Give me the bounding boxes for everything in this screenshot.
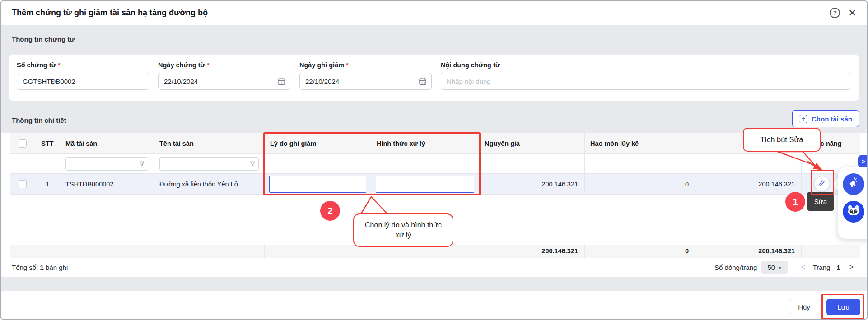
side-panel-expand-tab[interactable]: > xyxy=(858,155,868,167)
document-info-section: Thông tin chứng từ Số chứng từ* Ngày chứ… xyxy=(1,25,867,133)
megaphone-icon xyxy=(848,177,859,191)
edit-tooltip: Sửa xyxy=(807,192,834,211)
table-footer: Tổng số: 1 bản ghi Số dòng/trang 50 < Tr… xyxy=(1,258,867,277)
pencil-icon xyxy=(818,179,826,189)
total-original-cost: 200.146.321 xyxy=(479,245,585,258)
field-ngay-ghi-giam: Ngày ghi giảm* xyxy=(299,61,432,94)
cancel-button[interactable]: Hủy xyxy=(789,299,819,315)
table-row: 1 TSHTĐB000002 Đường xã liên thôn Yên Lộ… xyxy=(10,174,860,195)
next-page-button[interactable]: > xyxy=(847,263,856,271)
current-page-number: 1 xyxy=(836,264,840,271)
select-all-checkbox[interactable] xyxy=(19,139,27,148)
required-mark: * xyxy=(346,61,349,69)
total-accumulated-depreciation: 0 xyxy=(585,245,695,258)
col-handling: Hình thức xử lý xyxy=(371,133,479,154)
col-accumulated-depreciation: Hao mòn lũy kế xyxy=(585,133,695,154)
section-title-document-info: Thông tin chứng từ xyxy=(12,35,75,43)
plus-icon: + xyxy=(799,115,807,123)
col-original-cost: Nguyên giá xyxy=(479,133,585,154)
choose-asset-label: Chọn tài sản xyxy=(812,115,852,123)
calendar-icon[interactable] xyxy=(277,77,286,88)
required-mark: * xyxy=(207,61,210,69)
close-icon[interactable]: ✕ xyxy=(848,8,856,18)
document-info-card: Số chứng từ* Ngày chứng từ* Ngày ghi giả… xyxy=(9,54,859,101)
cell-remaining-value: 200.146.321 xyxy=(695,174,802,195)
field-ngay-chung-tu: Ngày chứng từ* xyxy=(158,61,290,94)
col-asset-code: Mã tài sản xyxy=(60,133,154,154)
footer-divider-band xyxy=(1,277,867,291)
table-filter-row xyxy=(10,154,860,174)
annotation-reason-callout: Chọn lý do và hình thức xử lý xyxy=(353,213,453,247)
choose-asset-button[interactable]: + Chọn tài sản xyxy=(792,110,859,127)
chatbot-panda-icon xyxy=(847,204,860,219)
rows-per-page-select[interactable]: 50 xyxy=(761,261,788,274)
table-header-row: STT Mã tài sản Tên tài sản Lý do ghi giả… xyxy=(10,133,860,154)
required-mark: * xyxy=(58,61,61,69)
col-reason: Lý do ghi giảm xyxy=(265,133,371,154)
edit-row-button[interactable] xyxy=(814,176,830,191)
field-label: Ngày ghi giảm xyxy=(299,61,344,69)
page-label: Trang xyxy=(813,264,831,271)
asset-name-filter-input[interactable] xyxy=(159,157,259,171)
chevron-right-icon: > xyxy=(862,158,865,165)
filter-funnel-icon[interactable] xyxy=(249,160,256,169)
help-icon[interactable]: ? xyxy=(830,8,840,18)
record-count: Tổng số: 1 bản ghi xyxy=(12,264,68,271)
field-noi-dung: Nội dung chứng từ xyxy=(441,61,851,94)
field-label: Số chứng từ xyxy=(17,61,56,69)
cell-stt: 1 xyxy=(35,174,60,195)
section-title-detail-info: Thông tin chi tiết xyxy=(12,116,66,124)
cell-original-cost: 200.146.321 xyxy=(479,174,585,195)
save-button[interactable]: Lưu xyxy=(826,299,860,315)
row-checkbox[interactable] xyxy=(19,180,27,188)
annotation-step-2-badge: 2 xyxy=(320,201,340,221)
record-count-number: 1 xyxy=(40,264,44,271)
prev-page-button[interactable]: < xyxy=(798,263,808,271)
dialog-title: Thêm chứng từ ghi giảm tài sản hạ tầng đ… xyxy=(12,8,208,18)
add-decrease-document-dialog: Thêm chứng từ ghi giảm tài sản hạ tầng đ… xyxy=(0,0,868,320)
side-widget-panel xyxy=(838,167,868,239)
cell-accumulated-depreciation: 0 xyxy=(585,174,695,195)
rows-per-page-label: Số dòng/trang xyxy=(714,264,757,271)
dialog-actionbar: Hủy Lưu xyxy=(1,291,867,319)
cell-asset-code: TSHTĐB000002 xyxy=(60,174,154,195)
announcements-button[interactable] xyxy=(843,173,864,195)
caret-down-icon xyxy=(778,267,782,269)
col-asset-name: Tên tài sản xyxy=(154,133,265,154)
annotation-step-1-badge: 1 xyxy=(785,192,805,212)
document-number-input[interactable] xyxy=(17,73,149,90)
field-label: Nội dung chứng từ xyxy=(441,61,500,69)
reason-select-cell[interactable] xyxy=(269,176,366,193)
document-date-input[interactable] xyxy=(158,73,290,90)
field-so-chung-tu: Số chứng từ* xyxy=(17,61,149,94)
total-remaining-value: 200.146.321 xyxy=(695,245,802,258)
asset-code-filter-input[interactable] xyxy=(65,157,148,171)
col-stt: STT xyxy=(35,133,60,154)
cell-asset-name: Đường xã liên thôn Yên Lộ xyxy=(154,174,265,195)
document-content-input[interactable] xyxy=(441,73,851,90)
decrease-date-input[interactable] xyxy=(299,73,432,90)
calendar-icon[interactable] xyxy=(418,77,427,88)
field-label: Ngày chứng từ xyxy=(158,61,205,69)
chatbot-panda-button[interactable] xyxy=(843,201,864,223)
filter-funnel-icon[interactable] xyxy=(138,160,145,169)
annotation-edit-callout: Tích bút Sửa xyxy=(743,128,821,152)
handling-select-cell[interactable] xyxy=(376,176,474,193)
dialog-titlebar: Thêm chứng từ ghi giảm tài sản hạ tầng đ… xyxy=(1,1,867,25)
